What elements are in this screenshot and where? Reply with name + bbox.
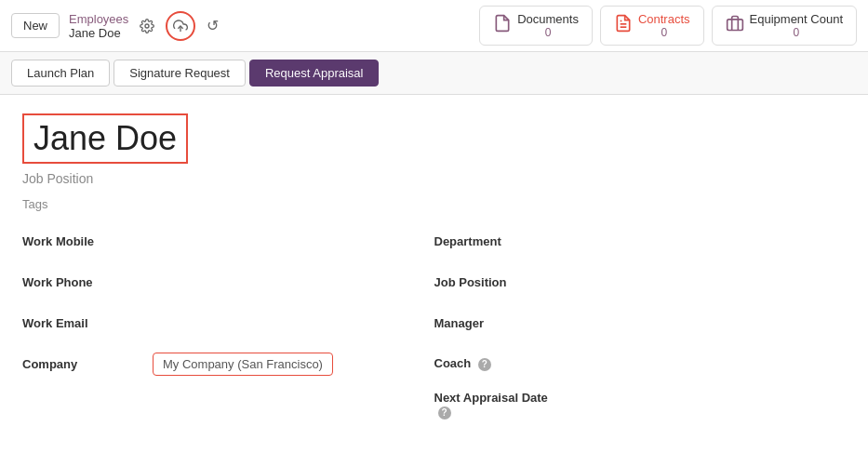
new-button[interactable]: New <box>11 13 60 38</box>
manager-label: Manager <box>434 316 565 330</box>
cloud-upload-button[interactable] <box>166 11 195 41</box>
department-row: Department <box>434 226 847 256</box>
next-appraisal-row: Next Appraisal Date ? <box>434 390 847 419</box>
work-mobile-label: Work Mobile <box>22 234 153 248</box>
employee-name-box: Jane Doe <box>22 113 188 164</box>
svg-rect-4 <box>727 20 742 31</box>
main-content: Jane Doe Job Position Tags Work Mobile W… <box>0 95 868 438</box>
documents-button[interactable]: Documents 0 <box>479 6 593 46</box>
job-position-row: Job Position <box>434 267 847 297</box>
tab-signature-request[interactable]: Signature Request <box>114 60 246 87</box>
settings-button[interactable] <box>136 15 158 37</box>
documents-icon <box>493 14 512 37</box>
employee-name: Jane Doe <box>33 119 177 157</box>
contracts-label: Contracts 0 <box>638 12 690 39</box>
refresh-button[interactable]: ↺ <box>203 13 222 38</box>
equipment-button[interactable]: Equipment Count 0 <box>712 6 857 46</box>
form-grid: Work Mobile Work Phone Work Email Compan… <box>22 226 846 419</box>
equipment-icon <box>726 14 744 37</box>
work-phone-row: Work Phone <box>22 267 434 297</box>
work-mobile-row: Work Mobile <box>22 226 434 256</box>
equipment-label: Equipment Count 0 <box>750 12 843 39</box>
coach-help-icon[interactable]: ? <box>478 358 491 371</box>
job-position-label: Job Position <box>434 275 565 289</box>
department-label: Department <box>434 234 565 248</box>
form-left: Work Mobile Work Phone Work Email Compan… <box>22 226 434 419</box>
breadcrumb-parent[interactable]: Employees <box>69 12 128 26</box>
breadcrumb: Employees Jane Doe <box>69 12 128 40</box>
tab-request-appraisal[interactable]: Request Appraisal <box>249 60 380 87</box>
top-bar: New Employees Jane Doe ↺ <box>0 0 868 52</box>
svg-point-0 <box>145 24 149 28</box>
tab-launch-plan[interactable]: Launch Plan <box>11 60 110 87</box>
coach-label: Coach ? <box>434 356 565 371</box>
smart-buttons: Documents 0 Contracts 0 <box>479 6 857 46</box>
company-row: Company My Company (San Francisco) <box>22 349 434 379</box>
top-actions: ↺ <box>136 11 222 41</box>
work-email-label: Work Email <box>22 316 153 330</box>
work-email-row: Work Email <box>22 308 434 338</box>
breadcrumb-current: Jane Doe <box>69 26 128 40</box>
next-appraisal-label: Next Appraisal Date ? <box>434 391 565 419</box>
documents-label: Documents 0 <box>517 12 579 39</box>
manager-row: Manager <box>434 308 847 338</box>
tags-field-label[interactable]: Tags <box>22 197 846 211</box>
work-phone-label: Work Phone <box>22 275 153 289</box>
contracts-icon <box>614 14 633 37</box>
contracts-button[interactable]: Contracts 0 <box>600 6 704 46</box>
tab-bar: Launch Plan Signature Request Request Ap… <box>0 52 868 95</box>
job-position-field-label[interactable]: Job Position <box>22 171 846 186</box>
company-label: Company <box>22 357 153 371</box>
company-input[interactable]: My Company (San Francisco) <box>153 353 333 376</box>
coach-row: Coach ? <box>434 349 847 379</box>
appraisal-help-icon[interactable]: ? <box>438 406 451 419</box>
form-right: Department Job Position Manager Coach ? <box>434 226 847 419</box>
